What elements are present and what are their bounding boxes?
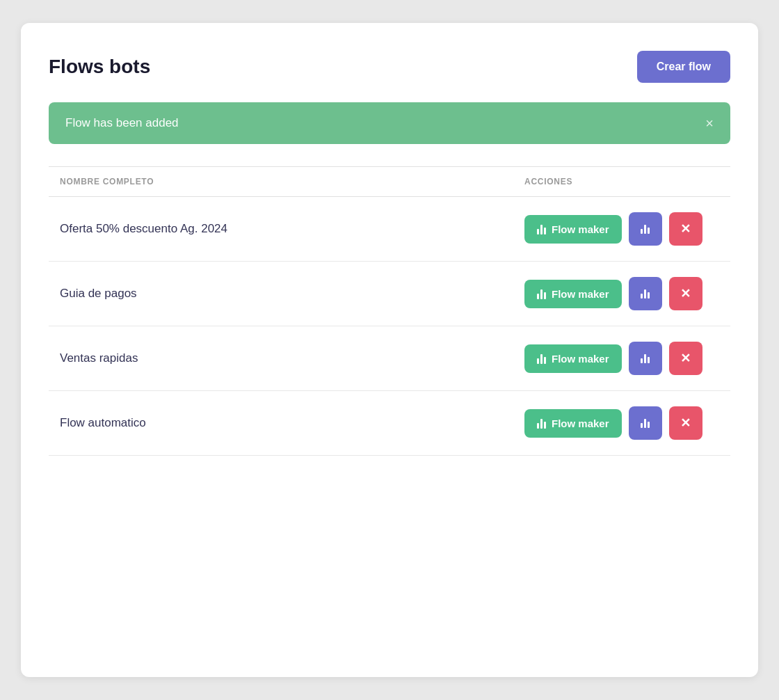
row-name: Guia de pagos bbox=[60, 287, 524, 301]
page-header: Flows bots Crear flow bbox=[49, 51, 730, 83]
flow-maker-button[interactable]: Flow maker bbox=[524, 344, 622, 373]
success-banner: Flow has been added × bbox=[49, 102, 730, 144]
row-actions: Flow maker ✕ bbox=[524, 406, 719, 440]
flows-table: NOMBRE COMPLETO ACCIONES Oferta 50% desc… bbox=[49, 166, 730, 456]
edit-icon bbox=[641, 418, 650, 428]
table-row: Guia de pagos Flow maker ✕ bbox=[49, 262, 730, 326]
table-row: Oferta 50% descuento Ag. 2024 Flow maker… bbox=[49, 197, 730, 262]
banner-message: Flow has been added bbox=[65, 116, 179, 130]
row-actions: Flow maker ✕ bbox=[524, 342, 719, 375]
table-row: Flow automatico Flow maker ✕ bbox=[49, 391, 730, 456]
flow-maker-button[interactable]: Flow maker bbox=[524, 280, 622, 308]
edit-icon bbox=[641, 289, 650, 299]
row-name: Flow automatico bbox=[60, 416, 524, 430]
table-row: Ventas rapidas Flow maker ✕ bbox=[49, 326, 730, 391]
main-card: Flows bots Crear flow Flow has been adde… bbox=[21, 23, 758, 677]
delete-icon: ✕ bbox=[680, 415, 691, 431]
banner-close-button[interactable]: × bbox=[705, 116, 714, 130]
flow-maker-icon bbox=[537, 417, 546, 429]
flow-maker-label: Flow maker bbox=[552, 417, 609, 429]
edit-icon bbox=[641, 353, 650, 363]
delete-button[interactable]: ✕ bbox=[669, 277, 702, 310]
delete-button[interactable]: ✕ bbox=[669, 406, 702, 440]
row-actions: Flow maker ✕ bbox=[524, 277, 719, 310]
flow-maker-label: Flow maker bbox=[552, 353, 609, 365]
edit-button[interactable] bbox=[629, 342, 662, 375]
delete-icon: ✕ bbox=[680, 351, 691, 366]
edit-button[interactable] bbox=[629, 212, 662, 246]
delete-icon: ✕ bbox=[680, 221, 691, 237]
edit-button[interactable] bbox=[629, 406, 662, 440]
flow-maker-button[interactable]: Flow maker bbox=[524, 215, 622, 244]
table-header: NOMBRE COMPLETO ACCIONES bbox=[49, 167, 730, 197]
column-acciones: ACCIONES bbox=[524, 177, 719, 186]
row-name: Oferta 50% descuento Ag. 2024 bbox=[60, 222, 524, 236]
flow-maker-icon bbox=[537, 353, 546, 364]
flow-maker-label: Flow maker bbox=[552, 288, 609, 300]
row-actions: Flow maker ✕ bbox=[524, 212, 719, 246]
column-nombre: NOMBRE COMPLETO bbox=[60, 177, 524, 186]
flow-maker-icon bbox=[537, 223, 546, 234]
delete-icon: ✕ bbox=[680, 286, 691, 301]
row-name: Ventas rapidas bbox=[60, 351, 524, 365]
delete-button[interactable]: ✕ bbox=[669, 212, 702, 246]
flow-maker-label: Flow maker bbox=[552, 223, 609, 235]
edit-button[interactable] bbox=[629, 277, 662, 310]
delete-button[interactable]: ✕ bbox=[669, 342, 702, 375]
crear-flow-button[interactable]: Crear flow bbox=[637, 51, 730, 83]
flow-maker-icon bbox=[537, 288, 546, 299]
edit-icon bbox=[641, 224, 650, 234]
flow-maker-button[interactable]: Flow maker bbox=[524, 409, 622, 438]
page-title: Flows bots bbox=[49, 56, 150, 78]
